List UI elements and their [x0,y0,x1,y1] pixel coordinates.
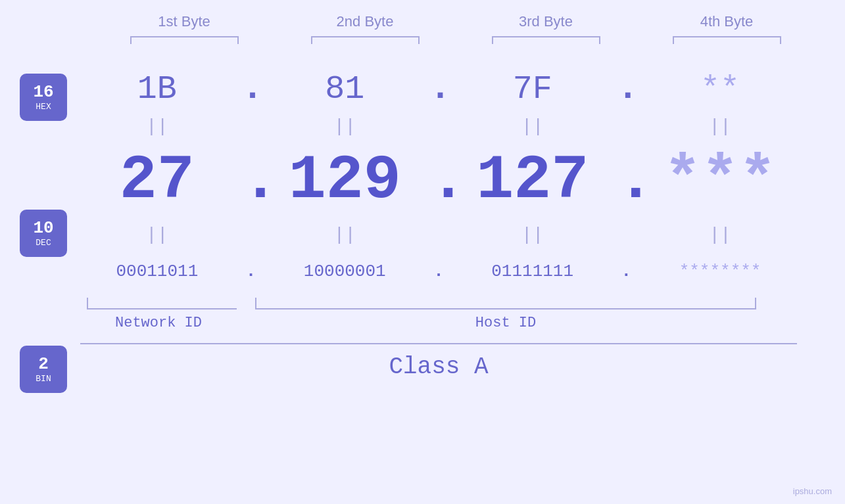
dot-bin-1: . [242,262,260,281]
dec-badge: 10 DEC [20,210,67,257]
bracket-top-2 [311,36,420,44]
dot-hex-2: . [429,76,448,102]
dot-bin-3: . [617,262,635,281]
network-bracket [87,298,237,309]
hex-row: 1B . 81 . 7F . ** [80,66,797,112]
eq2-3: || [464,225,602,245]
host-bracket [255,298,756,309]
dot-bin-2: . [429,262,448,281]
hex-val-1: 1B [88,70,226,108]
byte-label-1: 1st Byte [112,13,256,47]
network-id-label: Network ID [80,315,237,331]
bin-row: 00011011 . 10000001 . 01111111 . *******… [80,250,797,292]
eq-1: || [88,116,226,137]
badges-col: 16 HEX 10 DEC 2 BIN [20,67,67,393]
data-area: 1B . 81 . 7F . ** || || || || 27 [80,47,838,393]
bracket-top-1 [130,36,239,44]
dec-val-4: *** [651,145,789,216]
eq2-2: || [276,225,414,245]
eq2-4: || [651,225,789,245]
host-id-label: Host ID [255,315,756,331]
dot-dec-1: . [242,162,260,200]
eq-2: || [276,116,414,137]
bin-val-1: 00011011 [88,262,226,281]
dot-hex-1: . [242,76,260,102]
content-area: 16 HEX 10 DEC 2 BIN 1B . 81 [0,47,845,393]
bin-val-3: 01111111 [464,262,602,281]
dec-val-2: 129 [276,145,414,216]
dot-hex-3: . [617,76,635,102]
byte-label-2: 2nd Byte [293,13,437,47]
eq-4: || [651,116,789,137]
dec-val-3: 127 [464,145,602,216]
class-row: Class A [80,343,797,380]
dec-val-1: 27 [88,145,226,216]
hex-val-2: 81 [276,70,414,108]
eq-3: || [464,116,602,137]
hex-val-4: ** [651,70,789,108]
hex-val-3: 7F [464,70,602,108]
equals-row-2: || || || || [80,220,797,250]
dot-dec-2: . [429,162,448,200]
watermark: ipshu.com [793,486,832,496]
hex-badge: 16 HEX [20,74,67,121]
id-labels: Network ID Host ID [80,315,797,331]
header-row: 1st Byte 2nd Byte 3rd Byte 4th Byte [94,13,817,47]
main-container: 1st Byte 2nd Byte 3rd Byte 4th Byte 16 H… [0,0,845,504]
equals-row-1: || || || || [80,112,797,141]
bin-badge: 2 BIN [20,346,67,393]
dot-dec-3: . [617,162,635,200]
class-label: Class A [389,354,488,380]
bottom-brackets [80,298,797,309]
bracket-top-3 [492,36,600,44]
eq2-1: || [88,225,226,245]
dec-row: 27 . 129 . 127 . *** [80,141,797,220]
byte-label-4: 4th Byte [654,13,799,47]
byte-label-3: 3rd Byte [473,13,618,47]
bin-val-2: 10000001 [276,262,414,281]
bin-val-4: ******** [651,262,789,281]
bracket-top-4 [673,36,781,44]
